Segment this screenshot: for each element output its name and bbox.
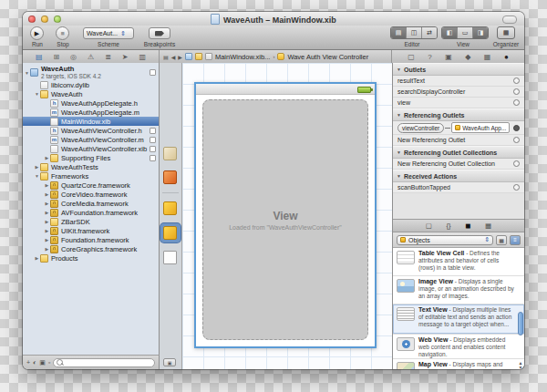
breadcrumb-file-name[interactable]: MainWindow.xib... (215, 53, 270, 61)
library-scope-dropdown[interactable]: Objects ⇕ (397, 235, 493, 245)
library-scroll-arrows[interactable]: ▲▼ (518, 361, 523, 369)
scheme-selector[interactable]: WaveAut... ⇕ (83, 27, 134, 39)
navigator-file-row[interactable]: ▶QuartzCore.framework (23, 181, 159, 190)
connection-well-icon[interactable] (513, 125, 520, 131)
toolbar-toggle-button[interactable] (502, 15, 517, 24)
filter-unsaved-icon[interactable]: ▫ (48, 359, 50, 366)
target-membership-checkbox[interactable] (150, 146, 156, 152)
disclosure-triangle-icon[interactable]: ▶ (44, 246, 50, 252)
library-item[interactable]: Text View - Displays multiple lines of e… (393, 304, 524, 335)
breadcrumb-controller-name[interactable]: Wave Auth View Controller (287, 53, 368, 61)
media-library-icon[interactable]: ▦ (485, 222, 491, 230)
disclosure-triangle-icon[interactable]: ▶ (44, 237, 50, 242)
back-icon[interactable]: ◀ (171, 54, 176, 60)
connection-row[interactable]: view (393, 98, 524, 108)
navigator-file-row[interactable]: ▶AVFoundation.framework (23, 208, 159, 217)
version-editor-button[interactable]: ⇄ (422, 27, 437, 38)
standard-editor-button[interactable]: ▤ (391, 27, 407, 38)
identity-inspector-icon[interactable]: ▣ (445, 53, 452, 61)
title-bar[interactable]: WaveAuth – MainWindow.xib (23, 12, 524, 26)
ib-canvas[interactable]: View Loaded from "WaveAuthViewController… (182, 63, 392, 369)
navigator-file-row[interactable]: ▶WaveAuthTests (23, 162, 159, 171)
view-controller-placeholder-view[interactable]: View Loaded from "WaveAuthViewController… (202, 99, 368, 340)
connection-well-icon[interactable] (513, 137, 520, 143)
forward-icon[interactable]: ▶ (178, 54, 182, 60)
filter-recent-icon[interactable]: ◐ (33, 359, 36, 366)
navigator-file-row[interactable]: mWaveAuthAppDelegate.m (23, 108, 159, 117)
navigator-file-row[interactable]: hWaveAuthViewController.h (23, 126, 159, 135)
navigator-file-row[interactable]: mWaveAuthViewController.m (23, 135, 159, 144)
navigator-file-row[interactable]: ▶Supporting Files (23, 153, 159, 162)
view-controller-selected-highlight[interactable] (160, 223, 181, 242)
connection-well-icon[interactable] (513, 160, 520, 167)
target-membership-checkbox[interactable] (150, 155, 156, 161)
target-membership-checkbox[interactable] (150, 137, 156, 143)
breadcrumb-controller-icon[interactable] (277, 53, 284, 60)
navigator-file-row[interactable]: ▼Frameworks (23, 171, 159, 181)
files-owner-cube-icon[interactable] (163, 147, 177, 160)
connection-well-icon[interactable] (513, 184, 520, 191)
library-item[interactable]: Web View - Displays embedded web content… (393, 335, 524, 359)
library-list-view-button[interactable]: ≡ (510, 235, 521, 245)
file-templates-library-icon[interactable]: ▢ (426, 222, 432, 230)
connection-section-header[interactable]: ▼Referencing Outlets (393, 108, 524, 121)
target-membership-checkbox[interactable] (150, 128, 156, 134)
filter-scm-icon[interactable]: ▣ (39, 359, 46, 366)
navigator-file-row[interactable]: ▶CoreMedia.framework (23, 199, 159, 208)
organizer-button[interactable]: ▦ (497, 26, 515, 39)
first-responder-cube-icon[interactable] (163, 170, 177, 184)
library-item[interactable]: Image View - Displays a single image, or… (393, 276, 524, 304)
connection-section-header[interactable]: ▼Received Actions (393, 170, 524, 182)
project-navigator-icon[interactable]: ▤ (36, 53, 43, 61)
connection-row[interactable]: scanButtonTapped (393, 182, 524, 193)
disclosure-triangle-icon[interactable]: ▶ (44, 228, 50, 233)
library-item[interactable]: Table View Cell - Defines the attributes… (393, 248, 524, 276)
disclosure-triangle-icon[interactable]: ▶ (44, 191, 50, 197)
dock-expand-button[interactable]: ▣ (163, 358, 176, 366)
library-item[interactable]: Map View - Displays maps and (393, 359, 524, 369)
jump-bar[interactable]: ▤ ◀ ▶ MainWindow.xib... › Wave Auth View… (160, 50, 392, 63)
connection-row[interactable]: viewControllerWaveAuth App... (393, 121, 524, 135)
navigator-file-row[interactable]: ▶Products (23, 253, 159, 263)
quick-help-inspector-icon[interactable]: ? (428, 53, 431, 61)
library-grid-view-button[interactable]: ▦ (496, 235, 507, 245)
navigator-file-row[interactable]: WaveAuthViewController.xib (23, 144, 159, 153)
disclosure-triangle-icon[interactable]: ▶ (44, 219, 50, 224)
navigator-file-row[interactable]: MainWindow.xib (23, 117, 159, 126)
attributes-inspector-icon[interactable]: ◆ (465, 53, 470, 61)
target-membership-checkbox[interactable] (150, 69, 156, 76)
navigator-file-row[interactable]: ▶CoreGraphics.framework (23, 244, 159, 253)
connection-row[interactable]: New Referencing Outlet Collection (393, 159, 524, 170)
disclosure-triangle-icon[interactable]: ▶ (44, 201, 50, 206)
connection-target[interactable]: WaveAuth App... (451, 122, 510, 133)
search-navigator-icon[interactable]: ◎ (70, 53, 77, 61)
connection-well-icon[interactable] (513, 77, 520, 84)
debug-area-toggle-button[interactable]: ▭ (458, 27, 473, 38)
connection-row[interactable]: searchDisplayController (393, 87, 524, 98)
navigator-file-row[interactable]: ▶ZBarSDK (23, 217, 159, 226)
connection-section-header[interactable]: ▼Referencing Outlet Collections (393, 146, 524, 159)
outlet-pill[interactable]: viewController (397, 123, 444, 133)
file-inspector-icon[interactable]: ▢ (408, 53, 415, 61)
issue-navigator-icon[interactable]: ⚠ (88, 53, 94, 61)
navigator-file-row[interactable]: hWaveAuthAppDelegate.h (23, 98, 159, 108)
navigator-filter-field[interactable] (53, 358, 155, 367)
library-scrollbar-thumb[interactable] (518, 312, 523, 335)
navigator-toggle-button[interactable]: ◧ (442, 27, 458, 38)
connection-well-icon[interactable] (513, 99, 520, 106)
breadcrumb-folder-icon[interactable] (195, 53, 202, 60)
objects-library-icon[interactable]: ◼ (465, 222, 470, 230)
breadcrumb-file-icon[interactable] (205, 53, 212, 60)
size-inspector-icon[interactable]: ▦ (484, 53, 491, 61)
breadcrumb-project-icon[interactable] (185, 53, 192, 60)
connection-row[interactable]: resultText (393, 76, 524, 87)
code-snippets-library-icon[interactable]: {} (447, 222, 451, 230)
debug-navigator-icon[interactable]: ≣ (105, 53, 111, 61)
symbol-navigator-icon[interactable]: ⊞ (53, 53, 59, 61)
disclosure-triangle-icon[interactable]: ▶ (34, 255, 40, 261)
disclosure-triangle-icon[interactable]: ▼ (24, 70, 30, 76)
connection-row[interactable]: New Referencing Outlet (393, 135, 524, 146)
view-controller-cube-icon[interactable] (163, 226, 177, 240)
stop-button[interactable]: ■ (56, 26, 69, 40)
navigator-file-row[interactable]: ▶UIKit.framework (23, 226, 159, 235)
